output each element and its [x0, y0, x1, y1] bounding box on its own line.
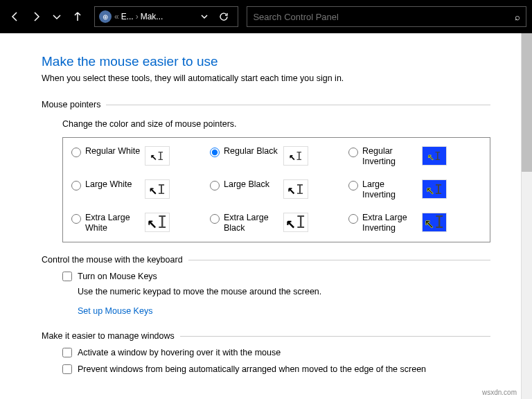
cursor-ibeam-icon: I [296, 181, 304, 197]
windows-section: Make it easier to manage windows Activat… [42, 331, 490, 374]
nav-recent[interactable] [47, 7, 66, 26]
keyboard-legend: Control the mouse with the keyboard [42, 255, 188, 265]
windows-legend: Make it easier to manage windows [42, 331, 180, 341]
nav-back[interactable] [6, 7, 25, 26]
mouse-pointers-section: Mouse pointers Change the color and size… [42, 100, 490, 242]
pointer-radio[interactable] [71, 214, 81, 224]
pointer-option[interactable]: Extra Large Inverting↖I [348, 213, 481, 233]
toolbar: ⊕ « E... › Mak... ⌕ [0, 0, 532, 33]
search-input[interactable] [253, 12, 515, 22]
cursor-ibeam-icon: I [296, 213, 305, 232]
pointer-radio[interactable] [71, 148, 81, 157]
pointer-label: Large Inverting [362, 179, 418, 200]
pointer-grid: Regular White↖IRegular Black↖IRegular In… [62, 137, 490, 242]
pointer-radio[interactable] [71, 181, 81, 190]
pointer-option[interactable]: Regular Black↖I [210, 146, 343, 167]
pointer-option[interactable]: Large Inverting↖I [348, 179, 481, 200]
pointer-radio[interactable] [348, 148, 358, 157]
pointer-preview: ↖I [145, 213, 170, 232]
pointer-option[interactable]: Large Black↖I [210, 179, 343, 200]
pointer-radio[interactable] [210, 181, 220, 190]
scrollbar-thumb[interactable] [522, 33, 532, 172]
pointer-radio[interactable] [348, 181, 358, 190]
cursor-arrow-icon: ↖ [427, 150, 434, 163]
watermark: wsxdn.com [482, 389, 517, 396]
pointer-label: Large Black [224, 179, 279, 190]
pointer-label: Regular Inverting [362, 146, 418, 167]
cursor-ibeam-icon: I [434, 213, 444, 232]
arrange-row: Prevent windows from being automatically… [62, 364, 490, 374]
cursor-ibeam-icon: I [434, 181, 443, 197]
pointer-preview: ↖I [145, 146, 170, 166]
scrollbar[interactable] [521, 33, 532, 399]
page-subtitle: When you select these tools, they will a… [42, 73, 490, 83]
hover-label[interactable]: Activate a window by hovering over it wi… [78, 348, 281, 357]
pointer-label: Large White [85, 179, 141, 190]
setup-mousekeys-link[interactable]: Set up Mouse Keys [78, 306, 152, 316]
pointer-option[interactable]: Extra Large White↖I [71, 213, 204, 233]
keyboard-section: Control the mouse with the keyboard Turn… [42, 255, 490, 316]
arrange-checkbox[interactable] [62, 364, 72, 374]
mousekeys-checkbox[interactable] [62, 272, 72, 281]
breadcrumb: « E... › Mak... [114, 12, 163, 21]
pointer-label: Extra Large Inverting [362, 213, 418, 233]
mousekeys-row: Turn on Mouse Keys [62, 272, 490, 281]
page-title: Make the mouse easier to use [42, 54, 490, 69]
pointer-preview: ↖I [283, 213, 308, 232]
pointer-preview: ↖I [283, 179, 308, 199]
cursor-arrow-icon: ↖ [425, 213, 434, 232]
hover-checkbox[interactable] [62, 348, 72, 357]
pointer-preview: ↖I [422, 146, 447, 166]
nav-up[interactable] [68, 7, 87, 26]
pointers-description: Change the color and size of mouse point… [62, 119, 490, 129]
cursor-arrow-icon: ↖ [286, 213, 296, 232]
pointer-label: Regular White [85, 146, 141, 157]
address-dropdown-icon[interactable] [195, 7, 214, 26]
search-box[interactable]: ⌕ [247, 6, 526, 27]
refresh-icon[interactable] [214, 7, 233, 26]
pointer-option[interactable]: Regular Inverting↖I [348, 146, 481, 167]
cursor-ibeam-icon: I [157, 150, 164, 163]
cursor-arrow-icon: ↖ [148, 213, 157, 232]
pointer-radio[interactable] [210, 214, 220, 224]
pointer-preview: ↖I [283, 146, 308, 166]
pointer-preview: ↖I [422, 179, 447, 199]
pointer-label: Extra Large Black [224, 213, 279, 233]
cursor-ibeam-icon: I [157, 213, 167, 232]
nav-forward[interactable] [26, 7, 46, 26]
cursor-ibeam-icon: I [157, 181, 166, 197]
pointer-label: Extra Large White [85, 213, 141, 233]
control-panel-icon: ⊕ [99, 10, 112, 23]
pointer-label: Regular Black [224, 146, 279, 157]
mouse-pointers-legend: Mouse pointers [42, 100, 106, 109]
hover-row: Activate a window by hovering over it wi… [62, 348, 490, 357]
cursor-arrow-icon: ↖ [426, 181, 434, 197]
mousekeys-description: Use the numeric keypad to move the mouse… [78, 287, 490, 296]
arrange-label[interactable]: Prevent windows from being automatically… [78, 364, 426, 374]
pointer-radio[interactable] [348, 214, 358, 224]
pointer-preview: ↖I [422, 213, 447, 232]
pointer-option[interactable]: Regular White↖I [71, 146, 204, 167]
search-icon[interactable]: ⌕ [515, 12, 520, 22]
cursor-ibeam-icon: I [434, 150, 441, 163]
mousekeys-label[interactable]: Turn on Mouse Keys [78, 272, 157, 281]
pointer-option[interactable]: Large White↖I [71, 179, 204, 200]
address-bar[interactable]: ⊕ « E... › Mak... [94, 6, 238, 27]
pointer-option[interactable]: Extra Large Black↖I [210, 213, 343, 233]
cursor-arrow-icon: ↖ [149, 181, 157, 197]
pointer-preview: ↖I [145, 179, 170, 199]
cursor-arrow-icon: ↖ [150, 150, 157, 163]
cursor-ibeam-icon: I [296, 150, 303, 163]
cursor-arrow-icon: ↖ [289, 150, 296, 163]
cursor-arrow-icon: ↖ [287, 181, 296, 197]
pointer-radio[interactable] [210, 148, 220, 157]
content-area: Make the mouse easier to use When you se… [0, 33, 532, 399]
